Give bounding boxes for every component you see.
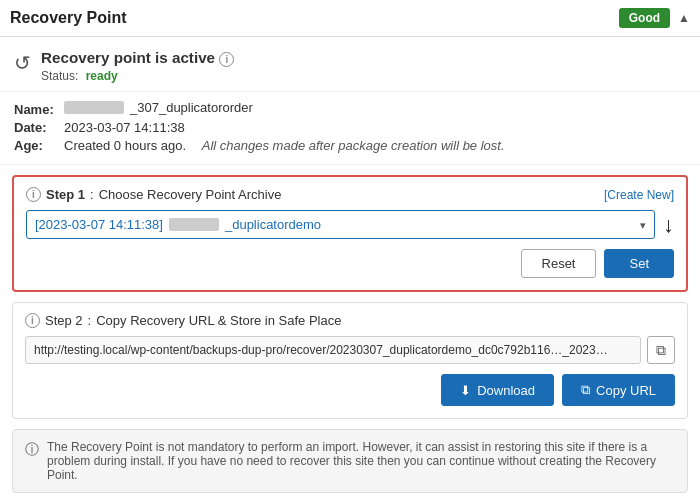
status-label-row: Status: ready — [41, 69, 234, 83]
redacted-dropdown-block — [169, 218, 219, 231]
url-row: http://testing.local/wp-content/backups-… — [25, 336, 675, 364]
step1-info-icon[interactable]: i — [26, 187, 41, 202]
step1-dropdown-row: [2023-03-07 14:11:38] _duplicatordemo ▾ … — [26, 210, 674, 239]
copy-url-icon: ⧉ — [581, 382, 590, 398]
step2-label: Step 2 — [45, 313, 83, 328]
status-info: Recovery point is active i Status: ready — [41, 49, 234, 83]
date-value: 2023-03-07 14:11:38 — [64, 120, 185, 135]
step2-header: i Step 2 : Copy Recovery URL & Store in … — [25, 313, 675, 328]
page-header: Recovery Point Good ▲ — [0, 0, 700, 37]
status-heading: Recovery point is active i — [41, 49, 234, 67]
copy-url-button[interactable]: ⧉ Copy URL — [562, 374, 675, 406]
step1-label: Step 1 — [46, 187, 85, 202]
arrow-down-icon: ↓ — [663, 212, 674, 238]
url-copy-icon-button[interactable]: ⧉ — [647, 336, 675, 364]
meta-section: Name: _307_duplicatororder Date: 2023-03… — [0, 92, 700, 165]
set-button[interactable]: Set — [604, 249, 674, 278]
info-icon[interactable]: i — [219, 52, 234, 67]
step2-section: i Step 2 : Copy Recovery URL & Store in … — [12, 302, 688, 419]
step1-title: i Step 1 : Choose Recovery Point Archive — [26, 187, 281, 202]
refresh-icon: ↺ — [14, 51, 31, 75]
archive-dropdown[interactable]: [2023-03-07 14:11:38] _duplicatordemo ▾ — [26, 210, 655, 239]
info-note-icon: ⓘ — [25, 441, 39, 459]
step1-box: i Step 1 : Choose Recovery Point Archive… — [12, 175, 688, 292]
name-value: _307_duplicatororder — [64, 100, 253, 115]
meta-date-row: Date: 2023-03-07 14:11:38 — [14, 120, 686, 135]
date-label: Date: — [14, 120, 64, 135]
step1-btn-row: Reset Set — [26, 249, 674, 278]
status-badge: Good — [619, 8, 670, 28]
create-new-link[interactable]: [Create New] — [604, 188, 674, 202]
copy-icon: ⧉ — [656, 342, 666, 359]
dropdown-text: [2023-03-07 14:11:38] _duplicatordemo — [35, 217, 626, 232]
chevron-down-icon: ▾ — [640, 218, 646, 231]
age-italic: All changes made after package creation … — [202, 138, 505, 153]
url-display: http://testing.local/wp-content/backups-… — [25, 336, 641, 364]
age-value: Created 0 hours ago. All changes made af… — [64, 138, 505, 153]
name-label: Name: — [14, 102, 64, 117]
download-icon: ⬇ — [460, 383, 471, 398]
step2-info-icon[interactable]: i — [25, 313, 40, 328]
info-note: ⓘ The Recovery Point is not mandatory to… — [12, 429, 688, 493]
meta-name-row: Name: _307_duplicatororder — [14, 100, 686, 117]
download-button[interactable]: ⬇ Download — [441, 374, 554, 406]
reset-button[interactable]: Reset — [521, 249, 597, 278]
meta-age-row: Age: Created 0 hours ago. All changes ma… — [14, 138, 686, 153]
age-label: Age: — [14, 138, 64, 153]
scroll-arrow-icon[interactable]: ▲ — [678, 11, 690, 25]
redacted-name-block — [64, 101, 124, 114]
status-value: ready — [86, 69, 118, 83]
status-section: ↺ Recovery point is active i Status: rea… — [0, 37, 700, 92]
action-btn-row: ⬇ Download ⧉ Copy URL — [25, 374, 675, 406]
page-title: Recovery Point — [10, 9, 126, 27]
header-right: Good ▲ — [619, 8, 690, 28]
step1-header: i Step 1 : Choose Recovery Point Archive… — [26, 187, 674, 202]
